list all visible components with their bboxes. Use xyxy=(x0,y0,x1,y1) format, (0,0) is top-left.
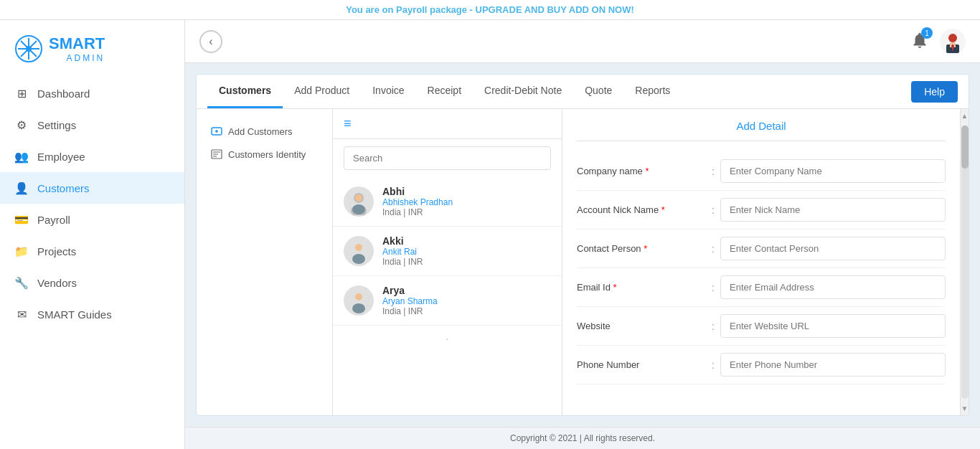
projects-icon: 📁 xyxy=(14,244,29,258)
sidebar-item-dashboard[interactable]: ⊞ Dashboard xyxy=(0,77,184,109)
email-id-input[interactable] xyxy=(720,275,946,299)
notification-bell[interactable]: 1 xyxy=(910,31,929,52)
company-name-input[interactable] xyxy=(720,159,946,183)
sidebar-item-label: Settings xyxy=(37,119,76,131)
customer-item[interactable]: Akki Ankit Rai India | INR xyxy=(333,227,562,276)
customer-items: Abhi Abhishek Pradhan India | INR xyxy=(333,177,562,415)
tabs-bar: Customers Add Product Invoice Receipt Cr xyxy=(197,75,969,109)
tab-quote[interactable]: Quote xyxy=(573,75,623,108)
phone-number-input[interactable] xyxy=(720,353,946,377)
field-colon: : xyxy=(706,243,720,255)
required-marker: * xyxy=(644,243,647,254)
customer-name: Abhi xyxy=(382,186,551,197)
field-label-email-id: Email Id * xyxy=(577,282,706,293)
form-row-company-name: Company name * : xyxy=(577,152,946,191)
logo-smart: SMART xyxy=(49,34,105,53)
main-panel: Customers Add Product Invoice Receipt Cr xyxy=(185,63,980,427)
required-marker: * xyxy=(613,282,617,293)
sidebar-item-customers[interactable]: 👤 Customers xyxy=(0,172,184,204)
notification-count: 1 xyxy=(925,29,929,37)
field-label-contact-person: Contact Person * xyxy=(577,243,706,254)
hamburger-icon[interactable]: ≡ xyxy=(344,116,352,131)
logo: SMART ADMIN xyxy=(0,27,184,77)
customer-list-panel: ≡ xyxy=(333,109,562,415)
field-colon: : xyxy=(706,166,720,177)
sidebar-item-smart-guides[interactable]: ✉ SMART Guides xyxy=(0,298,184,330)
top-banner-text: You are on Payroll package - UPGRADE AND… xyxy=(346,4,634,15)
footer: Copyright © 2021 | All rights reserved. xyxy=(185,427,980,449)
customer-info: Arya Aryan Sharma India | INR xyxy=(382,285,551,316)
customer-location: India | INR xyxy=(382,306,551,316)
scrollbar-up-button[interactable]: ▲ xyxy=(958,109,969,123)
field-label-company-name: Company name * xyxy=(577,166,706,176)
list-toolbar: ≡ xyxy=(333,109,562,139)
website-input[interactable] xyxy=(720,314,946,338)
field-label-website: Website xyxy=(577,321,706,331)
sidebar-item-label: Dashboard xyxy=(37,88,90,100)
add-customers-icon xyxy=(211,126,222,137)
customers-identity-icon xyxy=(211,148,222,160)
user-avatar[interactable] xyxy=(940,29,966,55)
tab-invoice[interactable]: Invoice xyxy=(361,75,415,108)
add-customers-item[interactable]: Add Customers xyxy=(204,120,325,143)
contact-person-input[interactable] xyxy=(720,237,946,260)
customer-avatar xyxy=(344,285,374,316)
sidebar-item-label: Projects xyxy=(37,245,76,257)
tab-customers[interactable]: Customers xyxy=(207,75,283,108)
vendors-icon: 🔧 xyxy=(14,275,29,290)
sidebar-item-label: SMART Guides xyxy=(37,308,112,321)
account-nick-name-input[interactable] xyxy=(720,198,946,222)
sidebar-item-projects[interactable]: 📁 Projects xyxy=(0,235,184,267)
svg-point-5 xyxy=(26,46,32,52)
form-row-website: Website : xyxy=(577,307,946,346)
scrollbar-down-button[interactable]: ▼ xyxy=(958,402,969,415)
customer-avatar xyxy=(344,186,374,217)
header-right: 1 xyxy=(910,29,966,55)
panel-scrollbar: ▲ ▼ xyxy=(960,109,969,415)
sidebar-item-label: Customers xyxy=(37,182,90,194)
customer-subname: Ankit Rai xyxy=(382,247,551,257)
add-customers-label: Add Customers xyxy=(228,126,293,137)
form-row-email-id: Email Id * : xyxy=(577,268,946,307)
panel-card: Customers Add Product Invoice Receipt Cr xyxy=(196,74,969,416)
tab-add-product[interactable]: Add Product xyxy=(283,75,361,108)
customers-identity-item[interactable]: Customers Identity xyxy=(204,143,325,166)
customer-avatar xyxy=(344,236,374,266)
required-marker: * xyxy=(661,204,665,215)
payroll-icon: 💳 xyxy=(14,212,29,227)
search-input[interactable] xyxy=(344,146,551,170)
logo-text: SMART ADMIN xyxy=(49,34,105,63)
tab-credit-debit-note[interactable]: Credit-Debit Note xyxy=(473,75,573,108)
sidebar: SMART ADMIN ⊞ Dashboard ⚙ Settings 👥 Emp… xyxy=(0,20,185,449)
scrollbar-thumb[interactable] xyxy=(961,126,969,169)
customers-identity-label: Customers Identity xyxy=(228,149,306,160)
field-label-phone-number: Phone Number xyxy=(577,359,706,370)
top-banner: You are on Payroll package - UPGRADE AND… xyxy=(0,0,980,20)
sidebar-item-label: Payroll xyxy=(37,214,70,226)
back-button[interactable]: ‹ xyxy=(199,30,222,53)
customer-item[interactable]: Arya Aryan Sharma India | INR xyxy=(333,276,562,326)
nav-items: ⊞ Dashboard ⚙ Settings 👥 Employee 👤 Cust… xyxy=(0,77,184,330)
customer-location: India | INR xyxy=(382,207,551,217)
sidebar-item-payroll[interactable]: 💳 Payroll xyxy=(0,204,184,235)
logo-admin: ADMIN xyxy=(49,53,105,63)
customer-location: India | INR xyxy=(382,257,551,267)
customer-info: Abhi Abhishek Pradhan India | INR xyxy=(382,186,551,217)
svg-point-29 xyxy=(355,293,362,301)
help-button[interactable]: Help xyxy=(911,81,958,103)
sidebar-item-employee[interactable]: 👥 Employee xyxy=(0,141,184,172)
customer-subname: Abhishek Pradhan xyxy=(382,197,551,207)
dashboard-icon: ⊞ xyxy=(14,86,29,100)
smart-guides-icon: ✉ xyxy=(14,307,29,321)
search-box xyxy=(333,139,562,177)
tab-reports[interactable]: Reports xyxy=(623,75,682,108)
form-row-account-nick-name: Account Nick Name * : xyxy=(577,191,946,230)
sidebar-item-settings[interactable]: ⚙ Settings xyxy=(0,109,184,141)
scrollbar-track xyxy=(961,126,969,399)
required-marker: * xyxy=(645,166,649,176)
tab-receipt[interactable]: Receipt xyxy=(416,75,473,108)
notification-badge: 1 xyxy=(921,27,933,39)
svg-point-23 xyxy=(355,194,362,202)
sidebar-item-vendors[interactable]: 🔧 Vendors xyxy=(0,267,184,298)
customer-item[interactable]: Abhi Abhishek Pradhan India | INR xyxy=(333,177,562,227)
